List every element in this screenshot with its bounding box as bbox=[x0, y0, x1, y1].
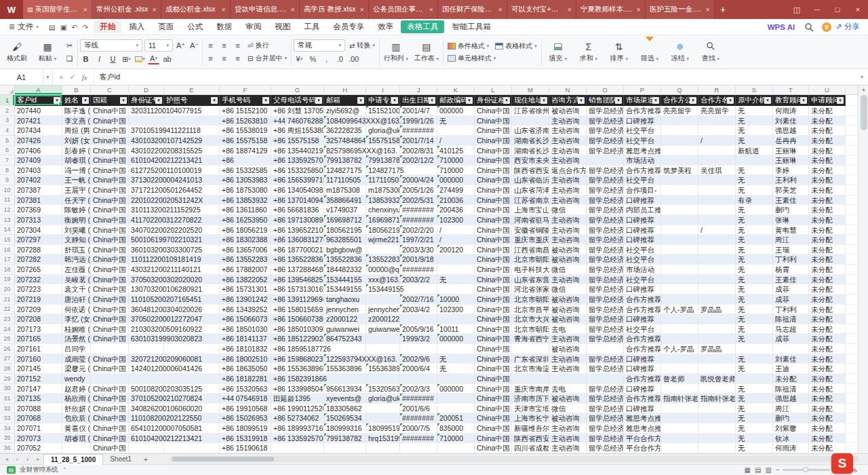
vertical-scrollbar[interactable]: ▲ bbox=[859, 86, 868, 453]
cell[interactable] bbox=[698, 195, 736, 206]
cell[interactable]: 王迪 bbox=[773, 364, 809, 374]
row-header[interactable]: 20 bbox=[0, 284, 15, 294]
cell[interactable]: +86 15066073 bbox=[220, 314, 271, 324]
comma-style-icon[interactable]: , bbox=[321, 54, 332, 64]
menu-tab-会员专享[interactable]: 会员专享 bbox=[327, 20, 370, 33]
cell[interactable]: 207387 bbox=[15, 185, 62, 195]
cell[interactable]: 610104200212213421 bbox=[129, 155, 164, 166]
number-format-select[interactable]: 常规▾ bbox=[294, 39, 345, 52]
column-header-B[interactable]: B bbox=[62, 86, 91, 94]
cell[interactable]: 2003/2/2 bbox=[400, 275, 437, 285]
cell[interactable]: 王晨宇 (男 bbox=[62, 185, 91, 195]
cell[interactable]: / bbox=[698, 136, 736, 146]
cell[interactable] bbox=[846, 116, 858, 126]
cell[interactable]: 未分配 bbox=[809, 354, 846, 364]
cell[interactable]: 黄韦慧 bbox=[773, 225, 809, 235]
cell[interactable] bbox=[661, 404, 698, 414]
header-cell[interactable]: 教育顾问▾ bbox=[773, 95, 809, 106]
undo-icon[interactable]: ↶ bbox=[72, 23, 78, 31]
cell[interactable]: 207161 bbox=[15, 344, 62, 354]
cell[interactable]: +86 18002510 bbox=[220, 354, 271, 364]
filter-dropdown-icon[interactable]: ▾ bbox=[540, 97, 547, 104]
cell[interactable]: +86 1553638960 bbox=[271, 364, 324, 374]
cell[interactable]: 筑梦美程 bbox=[661, 166, 698, 176]
cell[interactable]: +44 07546918 bbox=[220, 394, 271, 404]
rows-columns-button[interactable]: ▥ 行和列 ▾ bbox=[382, 37, 410, 68]
cell[interactable]: 2002/3/3 bbox=[400, 384, 437, 394]
cell[interactable]: 口碑推荐 bbox=[624, 195, 661, 206]
header-cell[interactable]: 合作方名▾ bbox=[698, 95, 736, 106]
cell[interactable]: 成菲 bbox=[773, 294, 809, 305]
cell[interactable]: ziyi5692@ bbox=[324, 106, 366, 116]
cell[interactable]: 合作方推荐 bbox=[624, 374, 661, 384]
cell[interactable]: 留学总经济 bbox=[587, 305, 624, 315]
cell[interactable]: +86 1877000215 bbox=[271, 245, 324, 255]
cell[interactable]: 罗晶晶 bbox=[698, 305, 736, 315]
cell[interactable]: +86 15575158 bbox=[271, 136, 324, 146]
close-icon[interactable]: × bbox=[360, 5, 364, 14]
cell[interactable]: 340826200106060020 bbox=[129, 404, 164, 414]
name-box[interactable]: A1 bbox=[0, 69, 43, 85]
cell[interactable]: +86 13822052 bbox=[220, 275, 271, 285]
cell[interactable]: 110108200202122550 bbox=[129, 413, 164, 423]
cell[interactable] bbox=[698, 245, 736, 255]
cell[interactable]: China中国 bbox=[91, 334, 129, 344]
cell[interactable]: +86 15190618 bbox=[220, 443, 271, 453]
vertical-scrollbar-thumb[interactable] bbox=[861, 95, 867, 130]
cell[interactable]: 返点合作方 bbox=[549, 166, 587, 176]
cell[interactable]: 207223 bbox=[15, 284, 62, 294]
cell[interactable] bbox=[661, 175, 698, 185]
cell[interactable] bbox=[661, 423, 698, 434]
increase-decimal-icon[interactable]: .00 bbox=[348, 54, 359, 64]
cell[interactable]: 200120 bbox=[437, 245, 475, 255]
cell[interactable]: 马志超 bbox=[773, 324, 809, 335]
cell[interactable]: 15152100 bbox=[366, 106, 400, 116]
cell[interactable]: 罗晶晶 bbox=[698, 344, 736, 354]
cell[interactable]: +86 13611860 bbox=[220, 205, 271, 215]
cell[interactable]: 207434 bbox=[15, 126, 62, 136]
cell[interactable]: +86 19910568 bbox=[220, 404, 271, 414]
cell[interactable] bbox=[661, 284, 698, 294]
cell[interactable] bbox=[661, 205, 698, 215]
cell[interactable] bbox=[661, 185, 698, 195]
header-cell[interactable]: 身份证号▾ bbox=[129, 95, 164, 106]
cell[interactable] bbox=[400, 374, 437, 384]
cell[interactable]: 留学总经济 bbox=[587, 254, 624, 265]
cell[interactable]: 207068 bbox=[15, 413, 62, 423]
cell[interactable]: 未分配 bbox=[809, 215, 846, 225]
cell[interactable] bbox=[846, 275, 858, 285]
cell[interactable]: China中国 bbox=[475, 423, 512, 434]
cell[interactable]: 留学总经济 bbox=[587, 245, 624, 255]
close-icon[interactable]: × bbox=[222, 5, 226, 14]
cell[interactable]: 口碑推荐 bbox=[624, 215, 661, 225]
cell[interactable]: 207402 bbox=[15, 175, 62, 185]
cell[interactable] bbox=[846, 394, 858, 404]
cell[interactable] bbox=[846, 254, 858, 265]
column-header-O[interactable]: O bbox=[587, 86, 624, 94]
column-header-I[interactable]: I bbox=[366, 86, 400, 94]
doc-tab[interactable]: 国任财产保险样本× bbox=[438, 0, 507, 19]
filter-dropdown-icon[interactable]: ▾ bbox=[578, 97, 585, 104]
cell[interactable]: China中国 bbox=[91, 265, 129, 275]
cell[interactable]: 未分配 bbox=[809, 175, 846, 185]
cell[interactable]: +86 1565399710 bbox=[271, 175, 324, 185]
cell[interactable]: 张琳 bbox=[773, 215, 809, 225]
doc-tab[interactable]: 成都公积金.xlsx× bbox=[161, 0, 231, 19]
cell[interactable] bbox=[366, 404, 400, 414]
cell[interactable]: China中国 bbox=[475, 324, 512, 335]
cell[interactable]: China中国 bbox=[475, 354, 512, 364]
close-icon[interactable]: × bbox=[153, 5, 157, 14]
filter-dropdown-icon[interactable]: ▾ bbox=[727, 97, 734, 104]
close-icon[interactable]: × bbox=[706, 5, 710, 14]
cell[interactable] bbox=[846, 404, 858, 414]
cell[interactable] bbox=[366, 294, 400, 305]
cell[interactable]: China中国 bbox=[475, 136, 512, 146]
cell[interactable]: 无 bbox=[736, 324, 773, 335]
cell[interactable]: 124827175 bbox=[366, 166, 400, 176]
filter-dropdown-icon[interactable]: ▾ bbox=[120, 97, 127, 104]
cell[interactable] bbox=[846, 155, 858, 166]
cell[interactable]: 124827175 bbox=[324, 166, 366, 176]
cell[interactable]: 710000 bbox=[437, 155, 475, 166]
cell[interactable] bbox=[661, 275, 698, 285]
cut-icon[interactable]: ✂ bbox=[64, 40, 75, 51]
